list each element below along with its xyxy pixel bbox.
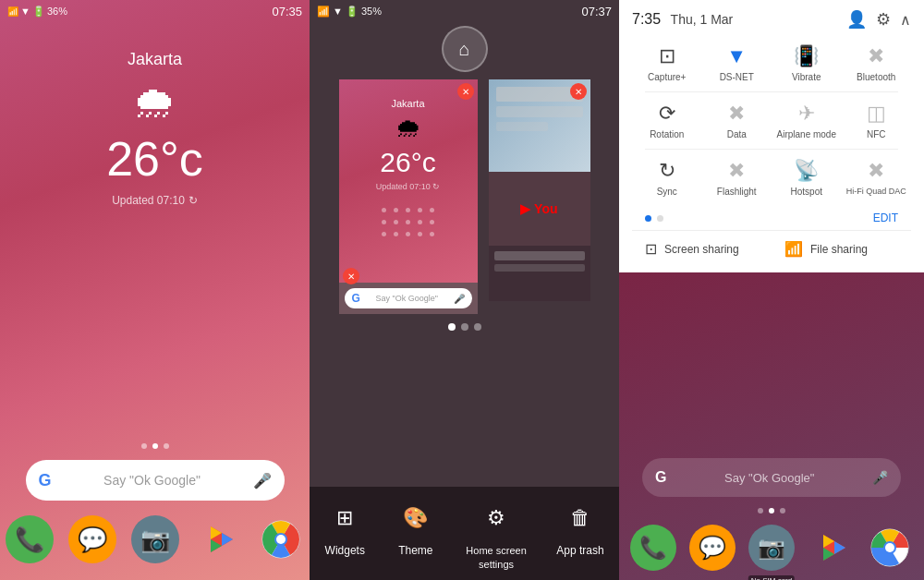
home-button[interactable]: ⌂: [442, 26, 488, 72]
vibrate-icon: 📳: [794, 44, 819, 68]
tile-data[interactable]: ✖ Data: [702, 92, 772, 149]
multitask-content: 📶 ▼ 🔋 35% 07:37 ⌂ ✕ Jakarta 🌧 26°c Updat…: [310, 0, 619, 580]
status-bar-panel1: 📶 ▼ 🔋 36% 07:35: [0, 0, 310, 22]
p3-page-dots: [758, 508, 785, 514]
tile-nfc[interactable]: ◫ NFC: [842, 92, 912, 149]
header-top-row: 7:35 Thu, 1 Mar 👤 ⚙ ∧: [632, 9, 911, 30]
widgets-button[interactable]: ⊞ Widgets: [324, 498, 365, 559]
card-g-logo: G: [352, 292, 360, 305]
svg-point-16: [885, 543, 894, 552]
tile-sync[interactable]: ↻ Sync: [632, 150, 702, 206]
battery-icon-p2: 🔋: [346, 6, 359, 18]
google-search-bar[interactable]: G Say "Ok Google" 🎤: [26, 460, 285, 501]
hifi-label: Hi-Fi Quad DAC: [846, 187, 906, 196]
header-date: Thu, 1 Mar: [671, 12, 734, 27]
theme-button[interactable]: 🎨 Theme: [395, 498, 436, 559]
card-close-btn-1[interactable]: ✕: [457, 83, 474, 100]
battery-percent: 36%: [47, 6, 67, 17]
tile-vibrate[interactable]: 📳 Vibrate: [772, 35, 842, 91]
airplane-label: Airplane mode: [777, 129, 836, 139]
app-trash-button[interactable]: 🗑 App trash: [556, 498, 603, 559]
settings-icon[interactable]: ⚙: [876, 9, 891, 30]
nfc-icon: ◫: [867, 102, 886, 126]
p3-dock-chrome[interactable]: [867, 525, 913, 571]
p3-dock-messages[interactable]: 💬: [689, 525, 736, 571]
dock-camera-icon[interactable]: 📷: [131, 515, 179, 563]
mic-icon[interactable]: 🎤: [253, 472, 272, 489]
sim-icon: 📶: [7, 6, 18, 17]
tile-rotation[interactable]: ⟳ Rotation: [632, 92, 702, 149]
theme-icon: 🎨: [395, 498, 436, 538]
header-datetime: 7:35 Thu, 1 Mar: [632, 11, 733, 28]
p3-search-bar[interactable]: G Say "Ok Google" 🎤: [642, 458, 901, 497]
quick-settings-header: 7:35 Thu, 1 Mar 👤 ⚙ ∧ ⊡ Capture+ ▼ DS-NE…: [619, 0, 924, 272]
widgets-icon: ⊞: [324, 498, 365, 538]
wifi-icon-p2: ▼: [333, 6, 343, 17]
p3-dock-play[interactable]: [808, 525, 854, 571]
p3-dot-1: [758, 508, 763, 514]
data-label: Data: [727, 129, 747, 139]
mt-dot-3: [474, 323, 481, 331]
airplane-icon: ✈: [798, 102, 815, 126]
card-search-container[interactable]: G Say "Ok Google" 🎤: [339, 283, 478, 314]
rotation-label: Rotation: [650, 129, 684, 139]
account-icon[interactable]: 👤: [846, 9, 867, 30]
weather-widget: Jakarta 🌧 26°c Updated 07:10 ↻: [106, 50, 203, 207]
svg-marker-13: [834, 541, 845, 554]
card-close-bottom[interactable]: ✕: [343, 268, 359, 284]
card-mic-icon[interactable]: 🎤: [454, 294, 465, 304]
data-icon: ✖: [728, 102, 745, 126]
quick-tiles-row3: ↻ Sync ✖ Flashlight 📡 Hotspot ✖ Hi-Fi Qu…: [632, 150, 911, 206]
dock-messages-icon[interactable]: 💬: [68, 515, 116, 563]
edit-button[interactable]: EDIT: [873, 211, 898, 224]
dock-play-icon[interactable]: [194, 515, 242, 563]
app-dock: 📞 💬 📷: [6, 515, 305, 563]
weather-updated: Updated 07:10 ↻: [112, 194, 198, 207]
dsnet-label: DS-NET: [720, 72, 754, 82]
tile-bluetooth[interactable]: ✖ Bluetooth: [842, 35, 912, 91]
p3-mic-icon[interactable]: 🎤: [872, 470, 888, 485]
p3-dot-3: [780, 508, 785, 514]
dock-chrome-icon[interactable]: [257, 515, 305, 563]
card-search-bar[interactable]: G Say "Ok Google" 🎤: [345, 288, 472, 308]
screen-sharing-label: Screen sharing: [664, 243, 739, 256]
screen-sharing-icon: ⊡: [645, 240, 657, 258]
no-sim-label: No SIM card: [748, 575, 795, 580]
grid-dots: [376, 199, 440, 246]
p3-dock: 📞 💬 📷 No SIM card: [630, 525, 913, 571]
dock-phone-icon[interactable]: 📞: [6, 515, 54, 563]
quick-tiles-row2: ⟳ Rotation ✖ Data ✈ Airplane mode ◫ NFC: [632, 92, 911, 149]
file-sharing-label: File sharing: [810, 243, 868, 256]
screen-sharing-button[interactable]: ⊡ Screen sharing: [632, 231, 772, 267]
p3-dock-phone[interactable]: 📞: [630, 525, 676, 571]
card-search-placeholder: Say "Ok Google": [364, 294, 450, 303]
app-trash-label: App trash: [556, 544, 603, 559]
card-updated: Updated 07:10 ↻: [376, 182, 441, 191]
qt-dot-2: [657, 215, 663, 222]
weather-temp: 26°c: [106, 131, 203, 187]
file-sharing-button[interactable]: 📶 File sharing: [772, 231, 911, 267]
chevron-up-icon[interactable]: ∧: [900, 11, 911, 29]
tile-flashlight[interactable]: ✖ Flashlight: [702, 150, 772, 206]
panel-multitask: 📶 ▼ 🔋 35% 07:37 ⌂ ✕ Jakarta 🌧 26°c Updat…: [310, 0, 619, 580]
wifi-icon: ▼: [20, 6, 30, 17]
qt-dots: [645, 215, 663, 222]
home-screen-settings-button[interactable]: ⚙ Home screensettings: [466, 498, 526, 571]
app-card-1[interactable]: ✕ Jakarta 🌧 26°c Updated 07:10 ↻: [339, 79, 478, 314]
tile-hotspot[interactable]: 📡 Hotspot: [772, 150, 842, 206]
app-card-2[interactable]: ✕ ▶ You: [489, 79, 590, 314]
tile-dsnet[interactable]: ▼ DS-NET: [702, 35, 772, 91]
p3-dock-camera[interactable]: 📷 No SIM card: [748, 525, 795, 571]
header-icons: 👤 ⚙ ∧: [846, 9, 911, 30]
tile-airplane[interactable]: ✈ Airplane mode: [772, 92, 842, 149]
tile-hifi[interactable]: ✖ Hi-Fi Quad DAC: [842, 150, 912, 206]
flashlight-label: Flashlight: [717, 187, 757, 197]
theme-label: Theme: [398, 544, 432, 559]
card-2-mid: ▶ You: [489, 172, 590, 246]
card-2-bottom: [489, 246, 590, 301]
quick-tiles-row1: ⊡ Capture+ ▼ DS-NET 📳 Vibrate ✖ Bluetoot…: [632, 35, 911, 91]
widgets-label: Widgets: [325, 544, 365, 559]
tile-capture[interactable]: ⊡ Capture+: [632, 35, 702, 91]
card-close-btn-2[interactable]: ✕: [570, 83, 587, 100]
special-row: ⊡ Screen sharing 📶 File sharing: [632, 230, 911, 267]
